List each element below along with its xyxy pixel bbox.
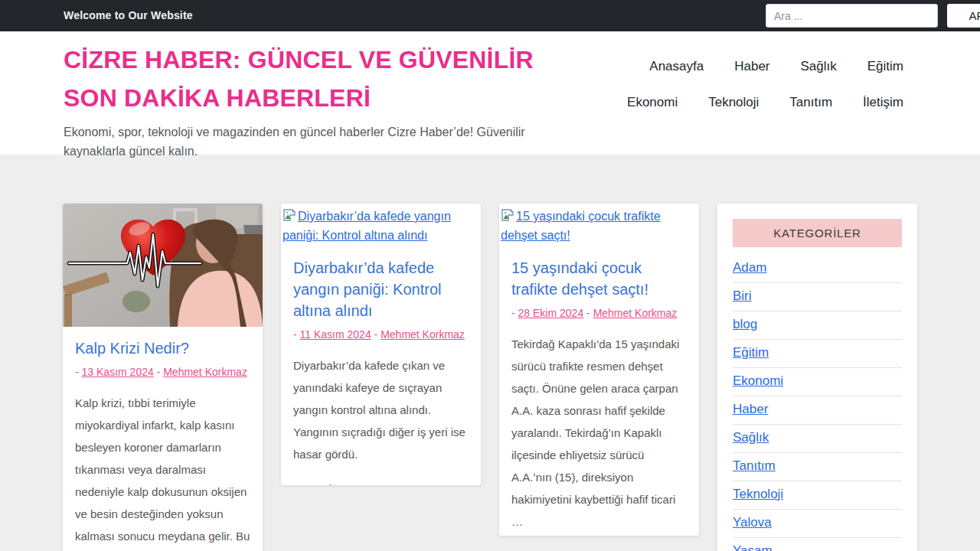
site-tagline: Ekonomi, spor, teknoloji ve magazinden e… [64, 122, 531, 161]
article-broken-image-link[interactable]: Diyarbakır’da kafede yangın paniği: Kont… [281, 204, 481, 246]
category-link-saglik[interactable]: Sağlık [733, 430, 769, 445]
category-link-yalova[interactable]: Yalova [733, 515, 772, 530]
broken-image-icon [283, 208, 296, 222]
article-card-trafik: 15 yaşındaki çocuk trafikte dehşet saçtı… [499, 204, 699, 536]
category-link-egitim[interactable]: Eğitim [733, 345, 769, 360]
category-item: Eğitim [733, 340, 902, 368]
article-meta: - 11 Kasım 2024 - Mehmet Korkmaz [293, 328, 469, 341]
article-date-link[interactable]: 11 Kasım 2024 [300, 328, 371, 341]
nav-item-egitim[interactable]: Eğitim [867, 59, 903, 74]
meta-dash: - [511, 307, 515, 319]
category-item: Tanıtım [733, 453, 902, 481]
article-image-heart-attack[interactable] [63, 204, 263, 327]
nav-item-iletisim[interactable]: İletişim [863, 95, 903, 110]
nav-item-teknoloji[interactable]: Teknoloji [708, 95, 759, 110]
article-card-yangin: Diyarbakır’da kafede yangın paniği: Kont… [281, 204, 481, 485]
site-header: CİZRE HABER: GÜNCEL VE GÜVENİLİR SON DAK… [0, 31, 980, 155]
image-alt-text-link[interactable]: Diyarbakır’da kafede yangın paniği: Kont… [283, 210, 451, 242]
meta-dash: - [293, 328, 297, 341]
category-link-haber[interactable]: Haber [733, 402, 768, 416]
category-link-adam[interactable]: Adam [733, 260, 766, 275]
article-body: Diyarbakır’da kafede yangın paniği: Kont… [281, 246, 481, 485]
nav-item-anasayfa[interactable]: Anasayfa [649, 59, 704, 74]
category-item: Ekonomi [733, 368, 902, 396]
footer-separator: - [307, 482, 311, 485]
topbar: Welcome to Our Website ARA [0, 0, 980, 31]
categories-heading: KATEGORİLER [733, 219, 902, 247]
article-body: Kalp Krizi Nedir? - 13 Kasım 2024 - Mehm… [63, 327, 263, 551]
category-item: Haber [733, 396, 902, 425]
article-title-link[interactable]: Kalp Krizi Nedir? [75, 337, 250, 359]
site-title-link[interactable]: CİZRE HABER: GÜNCEL VE GÜVENİLİR SON DAK… [64, 41, 573, 117]
article-title-link[interactable]: Diyarbakır’da kafede yangın paniği: Kont… [293, 257, 469, 321]
main-nav: Anasayfa Haber Sağlık Eğitim Ekonomi Tek… [603, 59, 903, 155]
article-meta: - 28 Ekim 2024 - Mehmet Korkmaz [511, 307, 687, 319]
category-item: Biri [733, 283, 902, 311]
category-link-tanitim[interactable]: Tanıtım [733, 458, 776, 473]
article-category-footer: — - Haber [293, 482, 469, 485]
category-link-blog[interactable]: blog [733, 317, 757, 331]
category-item: Teknoloji [733, 481, 902, 510]
category-item: blog [733, 311, 902, 340]
article-excerpt: Diyarbakır’da kafede çıkan ve yanındaki … [293, 354, 469, 465]
article-date-link[interactable]: 28 Ekim 2024 [518, 307, 584, 319]
meta-dash: - [586, 307, 590, 319]
article-author-link[interactable]: Mehmet Korkmaz [163, 366, 247, 378]
search-input[interactable] [766, 4, 938, 28]
meta-dash: - [157, 366, 161, 378]
article-author-link[interactable]: Mehmet Korkmaz [593, 307, 678, 319]
category-item: Adam [733, 255, 902, 283]
category-link-biri[interactable]: Biri [733, 289, 752, 303]
article-author-link[interactable]: Mehmet Korkmaz [381, 328, 465, 341]
main-content: Kalp Krizi Nedir? - 13 Kasım 2024 - Mehm… [0, 155, 980, 551]
meta-dash: - [374, 328, 378, 341]
nav-item-ekonomi[interactable]: Ekonomi [627, 95, 678, 110]
meta-dash: - [75, 366, 79, 378]
nav-item-haber[interactable]: Haber [734, 59, 769, 74]
article-broken-image-link[interactable]: 15 yaşındaki çocuk trafikte dehşet saçtı… [499, 204, 699, 246]
article-body: 15 yaşındaki çocuk trafikte dehşet saçtı… [499, 246, 699, 536]
category-item: Yaşam [733, 538, 902, 551]
sidebar-categories: KATEGORİLER Adam Biri blog Eğitim Ekonom… [717, 204, 917, 551]
article-meta: - 13 Kasım 2024 - Mehmet Korkmaz [75, 366, 250, 378]
welcome-text: Welcome to Our Website [64, 9, 193, 21]
article-category-link[interactable]: Haber [314, 482, 345, 485]
article-card-kalp-krizi: Kalp Krizi Nedir? - 13 Kasım 2024 - Mehm… [63, 204, 263, 551]
category-item: Yalova [733, 510, 902, 538]
image-alt-text-link[interactable]: 15 yaşındaki çocuk trafikte dehşet saçtı… [501, 210, 661, 242]
category-link-yasam[interactable]: Yaşam [733, 543, 773, 551]
nav-item-tanitim[interactable]: Tanıtım [789, 95, 832, 110]
category-item: Sağlık [733, 425, 902, 453]
branding: CİZRE HABER: GÜNCEL VE GÜVENİLİR SON DAK… [64, 41, 573, 155]
category-link-teknoloji[interactable]: Teknoloji [733, 487, 783, 501]
article-excerpt: Kalp krizi, tıbbi terimiyle miyokardiyal… [75, 392, 250, 551]
article-excerpt: Tekirdağ Kapaklı’da 15 yaşındaki sürücü … [511, 333, 687, 533]
article-title-link[interactable]: 15 yaşındaki çocuk trafikte dehşet saçtı… [511, 257, 687, 300]
footer-dash: — [293, 482, 304, 485]
nav-item-saglik[interactable]: Sağlık [801, 59, 837, 74]
category-list: Adam Biri blog Eğitim Ekonomi Haber Sağl… [733, 255, 902, 551]
article-date-link[interactable]: 13 Kasım 2024 [82, 366, 154, 378]
search-button[interactable]: ARA [947, 4, 980, 28]
category-link-ekonomi[interactable]: Ekonomi [733, 373, 783, 388]
broken-image-icon [501, 208, 514, 222]
